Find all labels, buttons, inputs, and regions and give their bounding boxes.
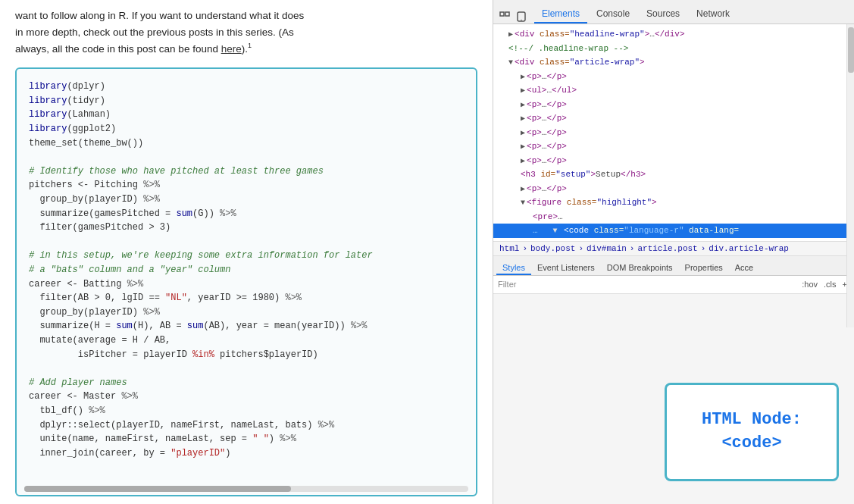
superscript: 1 [248,42,252,49]
breadcrumb-articlewrap[interactable]: div.article-wrap [709,244,789,253]
html-node-popup: HTML Node: <code> [665,383,839,481]
tab-dom-breakpoints[interactable]: DOM Breakpoints [601,261,679,275]
breadcrumb-body[interactable]: body.post [530,244,575,253]
code-content: library(dplyr) library(tidyr) library(La… [29,80,464,460]
popup-line1: HTML Node: [702,409,802,432]
tab-accessibility[interactable]: Acce [729,261,759,275]
dom-tree: ▶<div class="headline-wrap">…</div> <!--… [493,24,854,241]
filter-cls[interactable]: .cls [821,280,839,289]
dom-line[interactable]: ▼<figure class="highlight"> [493,196,854,210]
tab-sources[interactable]: Sources [639,5,687,23]
dom-line[interactable]: ▼<div class="article-wrap"> [493,55,854,70]
lower-tab-bar: Styles Event Listeners DOM Breakpoints P… [493,256,854,276]
dom-line[interactable]: ▶<div class="headline-wrap">…</div> [493,27,854,42]
breadcrumb-main[interactable]: div#main [587,244,627,253]
devtools-tab-bar: Elements Console Sources Network [493,0,854,24]
dom-line[interactable]: <pre>… [493,210,854,224]
here-link[interactable]: here [221,43,242,55]
lower-content-area: HTML Node: <code> [493,294,854,505]
dom-line[interactable]: ▶<p>…</p> [493,98,854,112]
filter-hov[interactable]: :hov [799,280,820,289]
code-scrollbar[interactable] [24,486,468,492]
dom-line: <h3 id="setup">Setup</h3> [493,167,854,182]
filter-bar: Filter :hov .cls + [493,276,854,294]
popup-text: HTML Node: <code> [702,409,802,455]
tab-elements[interactable]: Elements [534,5,587,23]
breadcrumb-article[interactable]: article.post [637,244,697,253]
dom-line[interactable]: ▶<ul>…</ul> [493,83,854,98]
dom-line[interactable]: ▶<p>…</p> [493,111,854,126]
breadcrumb: html › body.post › div#main › article.po… [493,241,854,256]
intro-paragraph: want to follow along in R. If you want t… [15,8,477,57]
tab-styles[interactable]: Styles [496,261,531,275]
intro-text-3: always, all the code in this post can be… [15,43,218,55]
tab-properties[interactable]: Properties [679,261,729,275]
intro-text-4: ). [242,43,248,55]
dom-line[interactable]: ▶<p>…</p> [493,70,854,84]
left-panel: want to follow along in R. If you want t… [0,0,493,504]
filter-label: Filter [498,280,516,289]
tab-event-listeners[interactable]: Event Listeners [531,261,601,275]
code-scroll-thumb[interactable] [24,486,291,492]
code-block: library(dplyr) library(tidyr) library(La… [15,67,477,496]
dom-line: <!--/ .headline-wrap --> [493,42,854,56]
devtools-panel: Elements Console Sources Network ▶<div c… [493,0,854,504]
breadcrumb-html[interactable]: html [499,244,519,253]
svg-rect-0 [500,12,504,16]
tab-network[interactable]: Network [689,5,737,23]
dom-line-selected[interactable]: … ▼ <code class="language-r" data-lang= [493,224,854,238]
tab-console[interactable]: Console [589,5,637,23]
mobile-icon[interactable] [515,10,528,23]
dom-line[interactable]: ▶<p>…</p> [493,139,854,154]
dom-line[interactable]: ▶<p>…</p> [493,182,854,196]
dom-line[interactable]: ▶<p>…</p> [493,126,854,140]
inspect-icon[interactable] [498,10,511,23]
svg-rect-1 [505,12,509,16]
svg-point-3 [521,20,521,20]
devtools-scrollbar[interactable] [846,24,854,327]
devtools-scroll-thumb[interactable] [848,27,854,73]
filter-buttons: :hov .cls + [799,280,849,289]
intro-text-1: want to follow along in R. If you want t… [15,10,304,21]
right-panel: Elements Console Sources Network ▶<div c… [493,0,854,504]
intro-text-2: in more depth, check out the previous po… [15,27,294,38]
popup-line2: <code> [702,432,802,455]
dom-line[interactable]: ▶<p>…</p> [493,154,854,168]
